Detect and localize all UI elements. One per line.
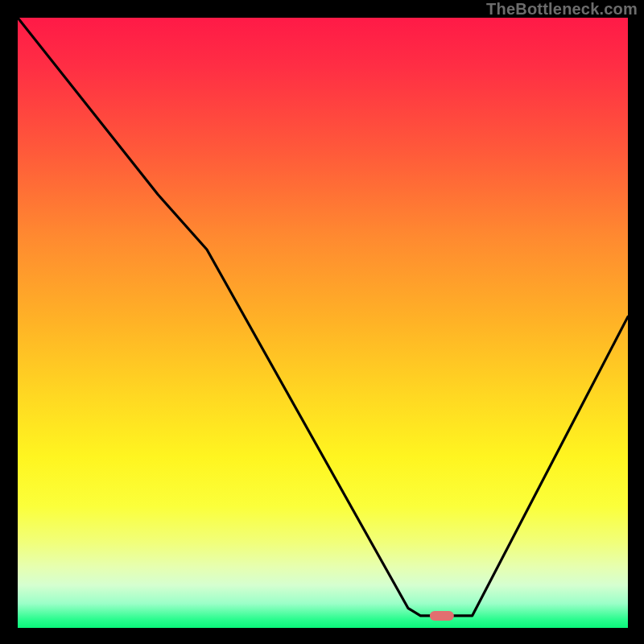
watermark-label: TheBottleneck.com — [486, 0, 638, 19]
highlight-marker — [430, 611, 454, 621]
plot-area — [18, 18, 628, 628]
bottleneck-curve — [18, 18, 628, 628]
chart-frame: TheBottleneck.com — [0, 0, 644, 644]
